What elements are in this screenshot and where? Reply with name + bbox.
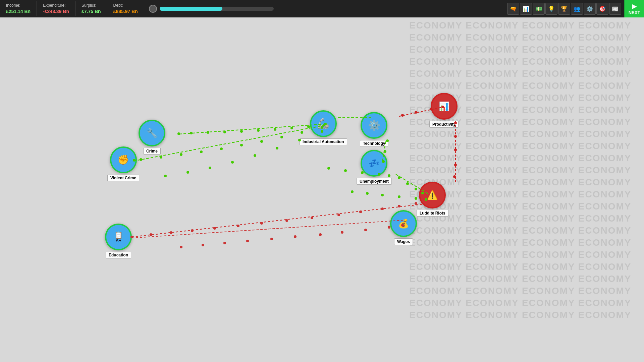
luddite-riots-label: Luddite Riots [417,210,448,217]
technology-label: Technology [360,140,388,147]
productivity-icon: 📊 [439,102,449,111]
gun-icon-btn[interactable]: 🔫 [507,3,519,15]
education-label: Education [106,252,131,258]
technology-node[interactable]: ⚙️ Technology [360,112,388,147]
expenditure-stat: Expenditure: -£243.39 Bn [37,1,75,16]
progress-area [144,5,507,13]
technology-circle[interactable]: ⚙️ [361,112,387,139]
lightbulb-icon-btn[interactable]: 💡 [545,3,557,15]
productivity-circle[interactable]: 📊 [431,93,458,120]
next-button[interactable]: ▶ NEXT [624,0,644,17]
expenditure-label: Expenditure: [43,3,69,8]
crime-node[interactable]: 🔧 Crime [139,120,165,155]
income-label: Income: [6,3,31,8]
target-icon-btn[interactable]: 🎯 [596,3,608,15]
header-stats: Income: £251.14 Bn Expenditure: -£243.39… [0,1,144,16]
gear-icon-btn[interactable]: ⚙️ [584,3,596,15]
industrial-automation-circle[interactable]: 🦾 [310,110,337,137]
luddite-riots-icon: ⚠️ [427,191,438,199]
crime-icon: 🔧 [147,129,157,137]
education-circle[interactable]: 📋 A+ [105,224,132,250]
surplus-label: Surplus: [82,3,101,8]
luddite-riots-circle[interactable]: ⚠️ [419,182,446,208]
news-icon-btn[interactable]: 📰 [609,3,621,15]
unemployment-circle[interactable]: 💤 [361,150,387,177]
main-canvas: 📋 A+ Education ✊ Violent Crime 🔧 Crime 🦾… [0,17,644,362]
luddite-riots-node[interactable]: ⚠️ Luddite Riots [417,182,448,217]
trophy-icon-btn[interactable]: 🏆 [558,3,570,15]
crime-label: Crime [143,148,161,155]
chart-icon-btn[interactable]: 📊 [520,3,532,15]
unemployment-icon: 💤 [369,159,379,168]
violent-crime-label: Violent Crime [107,175,139,181]
wages-node[interactable]: 💰 Wages [390,210,417,245]
debt-value: £885.97 Bn [113,8,138,15]
income-stat: Income: £251.14 Bn [0,1,37,16]
surplus-value: £7.75 Bn [82,8,101,15]
industrial-automation-node[interactable]: 🦾 Industrial Automation [300,110,347,145]
header-icons: 🔫 📊 💵 💡 🏆 👥 ⚙️ 🎯 📰 [507,3,624,15]
progress-bar-fill [160,7,222,11]
debt-stat: Debt: £885.97 Bn [107,1,144,16]
expenditure-value: -£243.39 Bn [43,8,69,15]
unemployment-node[interactable]: 💤 Unemployment [357,150,392,185]
unemployment-label: Unemployment [357,178,392,185]
people-icon-btn[interactable]: 👥 [571,3,583,15]
surplus-stat: Surplus: £7.75 Bn [75,1,107,16]
violent-crime-icon: ✊ [117,155,129,165]
wages-icon: 💰 [398,219,409,228]
productivity-node[interactable]: 📊 Productivity [429,93,459,128]
progress-bar [160,7,274,11]
header-bar: Income: £251.14 Bn Expenditure: -£243.39… [0,0,644,17]
next-label: NEXT [629,10,640,15]
wages-label: Wages [394,238,413,245]
next-play-icon: ▶ [632,3,637,10]
industrial-automation-label: Industrial Automation [300,138,347,145]
violent-crime-node[interactable]: ✊ Violent Crime [107,146,139,181]
crime-circle[interactable]: 🔧 [139,120,165,146]
productivity-label: Productivity [429,121,459,128]
wages-circle[interactable]: 💰 [390,210,417,237]
education-node[interactable]: 📋 A+ Education [105,224,132,258]
debt-label: Debt: [113,3,138,8]
income-value: £251.14 Bn [6,8,31,15]
money-icon-btn[interactable]: 💵 [533,3,545,15]
violent-crime-circle[interactable]: ✊ [110,146,137,173]
technology-icon: ⚙️ [368,120,380,130]
industrial-automation-icon: 🦾 [317,119,329,129]
education-icon: 📋 A+ [114,232,123,243]
clock-icon [149,5,157,13]
